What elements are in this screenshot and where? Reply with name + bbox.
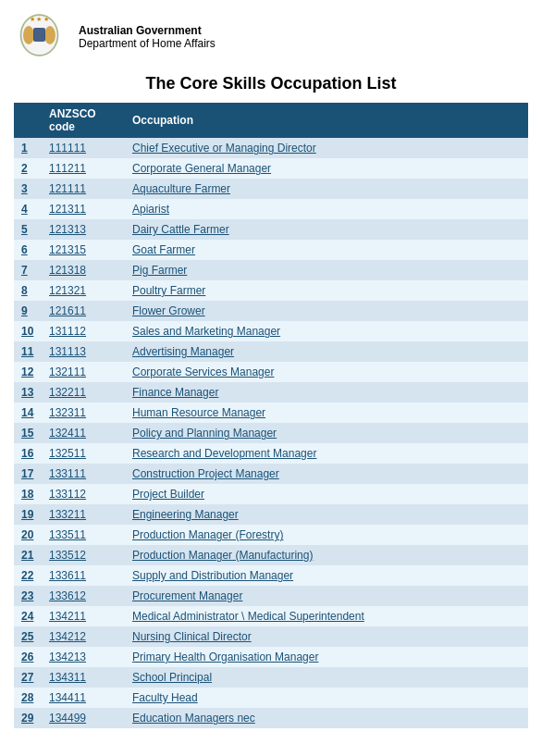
- table-row: 20133511Production Manager (Forestry): [14, 525, 528, 545]
- occupation-name: Sales and Marketing Manager: [125, 321, 528, 341]
- anzsco-code: 121313: [42, 219, 125, 240]
- row-number: 25: [14, 626, 42, 647]
- anzsco-code: 133611: [42, 565, 125, 586]
- table-row: 8121321Poultry Farmer: [14, 280, 528, 301]
- table-row: 29134499Education Managers nec: [14, 708, 528, 728]
- occupation-name: Poultry Farmer: [125, 280, 528, 301]
- anzsco-code: 134311: [42, 667, 125, 688]
- row-number: 18: [14, 484, 42, 504]
- anzsco-code: 132311: [42, 403, 125, 423]
- occupation-name: Nursing Clinical Director: [125, 626, 528, 647]
- table-row: 6121315Goat Farmer: [14, 240, 528, 260]
- row-number: 26: [14, 647, 42, 667]
- table-row: 5121313Dairy Cattle Farmer: [14, 219, 528, 240]
- anzsco-code: 121315: [42, 240, 125, 260]
- table-row: 13132211Finance Manager: [14, 382, 528, 403]
- department-name: Department of Home Affairs: [79, 37, 216, 50]
- row-number: 16: [14, 443, 42, 464]
- anzsco-code: 121111: [42, 179, 125, 199]
- anzsco-code: 133211: [42, 504, 125, 525]
- row-number: 4: [14, 199, 42, 219]
- occupation-name: School Principal: [125, 667, 528, 688]
- anzsco-code: 133612: [42, 586, 125, 606]
- row-number: 10: [14, 321, 42, 341]
- svg-point-2: [44, 26, 55, 44]
- occupation-name: Production Manager (Manufacturing): [125, 545, 528, 565]
- row-number: 11: [14, 341, 42, 362]
- row-number: 19: [14, 504, 42, 525]
- row-number: 3: [14, 179, 42, 199]
- occupation-name: Dairy Cattle Farmer: [125, 219, 528, 240]
- anzsco-code: 133112: [42, 484, 125, 504]
- row-number: 14: [14, 403, 42, 423]
- occupation-name: Project Builder: [125, 484, 528, 504]
- occupation-name: Supply and Distribution Manager: [125, 565, 528, 586]
- occupation-name: Corporate Services Manager: [125, 362, 528, 382]
- svg-rect-3: [33, 28, 45, 42]
- row-number: 15: [14, 423, 42, 443]
- anzsco-code: 134499: [42, 708, 125, 728]
- table-row: 17133111Construction Project Manager: [14, 464, 528, 484]
- row-number: 21: [14, 545, 42, 565]
- row-number: 12: [14, 362, 42, 382]
- anzsco-code: 134212: [42, 626, 125, 647]
- anzsco-code: 134213: [42, 647, 125, 667]
- occupation-name: Chief Executive or Managing Director: [125, 138, 528, 158]
- table-header-row: ANZSCO code Occupation: [14, 103, 528, 138]
- col-header-anzsco: ANZSCO code: [42, 103, 125, 138]
- occupation-name: Goat Farmer: [125, 240, 528, 260]
- anzsco-code: 132411: [42, 423, 125, 443]
- table-row: 14132311Human Resource Manager: [14, 403, 528, 423]
- government-logo: ★ ★ ★: [14, 9, 69, 65]
- anzsco-code: 111211: [42, 158, 125, 179]
- row-number: 29: [14, 708, 42, 728]
- occupation-name: Faculty Head: [125, 688, 528, 708]
- table-row: 3121111Aquaculture Farmer: [14, 179, 528, 199]
- occupation-name: Aquaculture Farmer: [125, 179, 528, 199]
- table-row: 2111211Corporate General Manager: [14, 158, 528, 179]
- anzsco-code: 121611: [42, 301, 125, 321]
- table-row: 21133512Production Manager (Manufacturin…: [14, 545, 528, 565]
- anzsco-code: 133511: [42, 525, 125, 545]
- table-row: 9121611Flower Grower: [14, 301, 528, 321]
- occupation-name: Policy and Planning Manager: [125, 423, 528, 443]
- occupation-table: ANZSCO code Occupation 1111111Chief Exec…: [14, 103, 528, 728]
- svg-point-1: [23, 26, 34, 44]
- occupation-name: Pig Farmer: [125, 260, 528, 280]
- col-header-occupation: Occupation: [125, 103, 528, 138]
- table-row: 7121318Pig Farmer: [14, 260, 528, 280]
- anzsco-code: 133512: [42, 545, 125, 565]
- table-row: 11131113Advertising Manager: [14, 341, 528, 362]
- occupation-name: Human Resource Manager: [125, 403, 528, 423]
- anzsco-code: 131112: [42, 321, 125, 341]
- occupation-name: Construction Project Manager: [125, 464, 528, 484]
- header-text-block: Australian Government Department of Home…: [79, 24, 216, 50]
- government-name: Australian Government: [79, 24, 216, 37]
- row-number: 2: [14, 158, 42, 179]
- row-number: 9: [14, 301, 42, 321]
- table-row: 16132511Research and Development Manager: [14, 443, 528, 464]
- table-row: 25134212Nursing Clinical Director: [14, 626, 528, 647]
- row-number: 28: [14, 688, 42, 708]
- occupation-name: Engineering Manager: [125, 504, 528, 525]
- occupation-name: Research and Development Manager: [125, 443, 528, 464]
- row-number: 24: [14, 606, 42, 626]
- anzsco-code: 132211: [42, 382, 125, 403]
- anzsco-code: 121318: [42, 260, 125, 280]
- occupation-name: Education Managers nec: [125, 708, 528, 728]
- row-number: 5: [14, 219, 42, 240]
- occupation-name: Corporate General Manager: [125, 158, 528, 179]
- anzsco-code: 134211: [42, 606, 125, 626]
- table-row: 12132111Corporate Services Manager: [14, 362, 528, 382]
- anzsco-code: 132511: [42, 443, 125, 464]
- row-number: 13: [14, 382, 42, 403]
- anzsco-code: 121321: [42, 280, 125, 301]
- row-number: 1: [14, 138, 42, 158]
- anzsco-code: 121311: [42, 199, 125, 219]
- occupation-name: Production Manager (Forestry): [125, 525, 528, 545]
- anzsco-code: 132111: [42, 362, 125, 382]
- row-number: 7: [14, 260, 42, 280]
- row-number: 27: [14, 667, 42, 688]
- row-number: 23: [14, 586, 42, 606]
- page-title: The Core Skills Occupation List: [14, 74, 528, 93]
